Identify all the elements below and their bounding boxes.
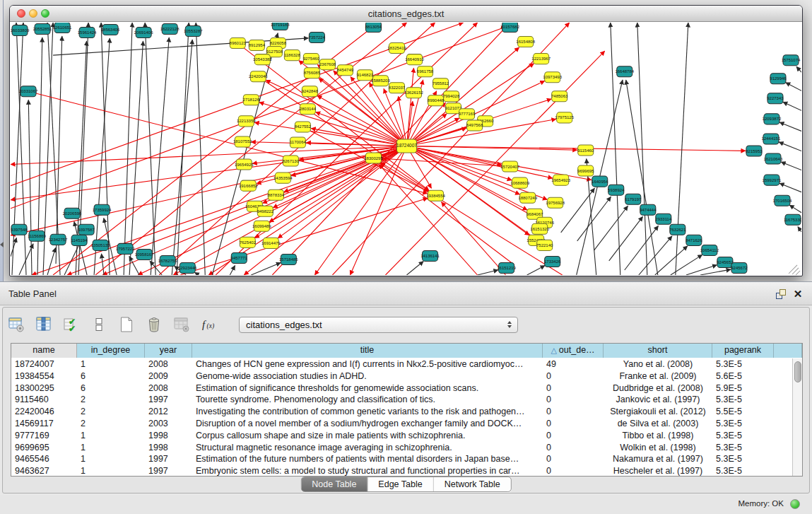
column-visibility-icon[interactable] (35, 315, 54, 334)
citation-edge (177, 23, 189, 275)
graph-node-label: 13626152 (404, 90, 423, 95)
scrollbar-thumb[interactable] (794, 361, 801, 382)
cell-short: Tibbo et al. (1998) (604, 430, 712, 442)
graph-node-label: 8427552 (295, 124, 312, 129)
graph-node-label: 10958167 (135, 252, 154, 257)
citation-network-graph[interactable]: 1872400718300295193845549115460160338092… (11, 23, 801, 275)
citation-edge (789, 205, 801, 213)
table-row[interactable]: 969969511998Structural magnetic resonanc… (11, 442, 792, 454)
table-row[interactable]: 911546021997Tourette syndrome. Phenomeno… (11, 394, 792, 406)
cell-title: Investigating the contribution of common… (192, 406, 543, 418)
vertical-scrollbar[interactable] (792, 358, 802, 476)
table-row[interactable]: 946554611997Estimation of the future num… (11, 453, 792, 465)
graph-node-label: 9127508 (266, 49, 283, 54)
graph-node-label: 8960123 (230, 41, 247, 45)
column-header-pagerank[interactable]: pagerank (712, 344, 774, 358)
graph-node-label: 12342757 (49, 238, 68, 242)
column-header-filler (774, 344, 802, 358)
table-row[interactable]: 1830029562008Estimation of significance … (11, 382, 792, 395)
table-body: 1872400712008Changes of HCN gene express… (11, 358, 792, 476)
tab-network-table[interactable]: Network Table (434, 477, 511, 491)
table-row[interactable]: 977716911998Corpus callosum shape and si… (11, 430, 792, 442)
cell-name: 9465546 (11, 453, 77, 465)
cell-in_degree: 1 (77, 358, 145, 370)
cell-year: 2003 (145, 418, 192, 430)
table-row[interactable]: 1872400712008Changes of HCN gene express… (11, 358, 792, 370)
network-canvas[interactable]: 1872400718300295193845549115460160338092… (11, 23, 801, 275)
memory-status-label: Memory: OK (738, 499, 784, 508)
cell-name: 9463627 (11, 465, 77, 477)
cell-out_degree: 0 (543, 465, 604, 477)
table-header-row: namein_degreeyeartitle△out_de…shortpager… (11, 344, 802, 358)
tab-node-table[interactable]: Node Table (301, 477, 367, 491)
table-selector-dropdown[interactable]: citations_edges.txt (239, 317, 518, 333)
graph-node-label: 16648784 (615, 69, 634, 74)
table-selector-value: citations_edges.txt (240, 320, 505, 330)
table-row[interactable]: 1938455462009Genome-wide association stu… (11, 370, 792, 382)
graph-node-label: 7994028 (443, 94, 460, 98)
table-row[interactable]: 2242004622012Investigating the contribut… (11, 406, 792, 418)
graph-node-label: 22420046 (249, 74, 268, 78)
graph-node-label: 15885203 (371, 78, 390, 83)
graph-node-label: 8267130 (283, 159, 300, 163)
citation-edge (478, 270, 498, 275)
graph-node-label: 17016504 (773, 199, 792, 203)
column-header-in_degree[interactable]: in_degree (77, 344, 145, 358)
network-window-titlebar[interactable]: citations_edges.txt (10, 6, 802, 22)
cell-in_degree: 2 (77, 418, 145, 430)
graph-node-label: 19384554 (426, 194, 445, 198)
graph-node-label: 16154808 (516, 40, 535, 44)
delete-table-icon[interactable] (172, 315, 192, 334)
graph-node-label: 8912954 (249, 43, 266, 47)
close-panel-icon[interactable]: ✕ (792, 287, 804, 301)
graph-node-label: 2933114 (655, 217, 672, 221)
graph-node-label: 10688609 (510, 181, 529, 185)
tab-edge-table[interactable]: Edge Table (367, 477, 433, 491)
cell-pagerank: 5.3E-5 (712, 394, 774, 406)
graph-node-label: 11675330 (784, 218, 801, 222)
graph-node-label: 9129946 (770, 76, 787, 81)
column-header-year[interactable]: year (145, 344, 192, 358)
function-builder-icon[interactable]: f(x) (200, 315, 219, 334)
row-select-icon[interactable]: ✔✔ (62, 315, 81, 334)
column-header-title[interactable]: title (192, 344, 543, 358)
resize-grip-icon[interactable] (789, 265, 800, 275)
clear-selection-icon[interactable] (90, 315, 109, 334)
graph-node-label: 8215953 (746, 149, 763, 153)
cell-short: de Silva et al. (2003) (604, 418, 712, 430)
graph-node-label: 8756085 (304, 71, 321, 75)
table-row[interactable]: 1456911722003Disruption of a novel membe… (11, 418, 792, 430)
graph-node-label: 8454749 (337, 68, 354, 72)
table-tabs: Node TableEdge TableNetwork Table (300, 477, 511, 492)
column-header-out_degree[interactable]: △out_de… (543, 344, 604, 358)
float-window-icon[interactable] (775, 288, 787, 300)
table-row[interactable]: 946362711997Embryonic stem cells: a mode… (11, 465, 792, 477)
splitter-collapse-icon[interactable] (0, 242, 4, 247)
table-settings-icon[interactable] (7, 315, 26, 334)
new-table-icon[interactable] (117, 315, 136, 334)
dropdown-arrows-icon (505, 321, 517, 328)
graph-node-label: 20157682 (500, 25, 519, 29)
citation-edge (779, 142, 801, 151)
graph-node-label: 20206596 (63, 211, 82, 216)
graph-node-label: 10543382 (253, 57, 272, 62)
node-table: namein_degreeyeartitle△out_de…shortpager… (11, 343, 803, 477)
graph-node-label: 14353594 (273, 176, 293, 180)
column-header-name[interactable]: name (11, 344, 77, 358)
graph-node-label: 7625402 (240, 240, 257, 245)
graph-node-label: 16222128 (160, 27, 180, 31)
citation-edge (796, 66, 801, 72)
control-panel-splitter[interactable] (0, 0, 4, 281)
cell-year: 1997 (145, 394, 192, 406)
citation-edge (145, 23, 155, 275)
graph-node-label: 9397587 (78, 228, 95, 232)
delete-rows-icon[interactable] (145, 315, 164, 334)
cell-name: 9777169 (11, 430, 77, 442)
graph-node-label: 9227343 (767, 96, 784, 100)
graph-node-label: 7955812 (433, 81, 449, 86)
citation-edge (251, 263, 281, 275)
network-window[interactable]: citations_edges.txt 18724007183002951938… (9, 5, 803, 276)
graph-node-label: 12444151 (762, 136, 781, 141)
column-header-short[interactable]: short (604, 344, 712, 358)
graph-node-label: 9474444 (640, 208, 657, 212)
